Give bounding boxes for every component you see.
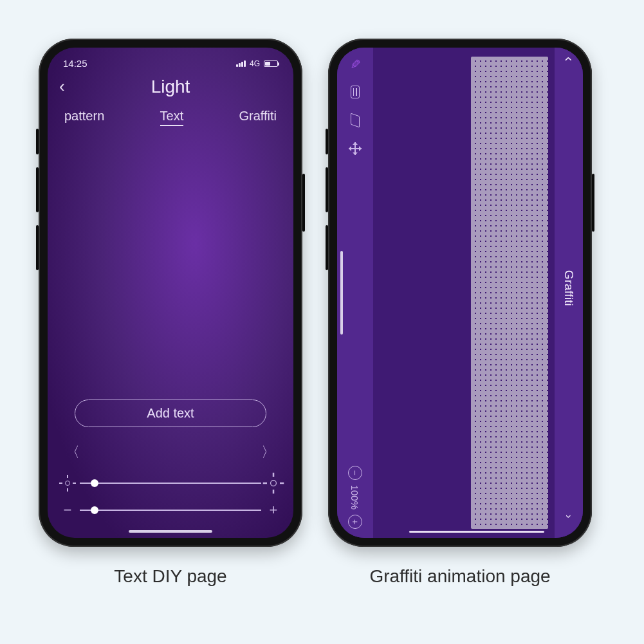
speed-minus-icon: − [62,502,73,519]
brightness-slider-row [59,477,282,489]
phone-frame-text: 14:25 4G ‹ Light pattern Text [39,39,302,547]
volume-down [326,225,328,270]
home-indicator[interactable] [129,530,212,533]
brightness-low-icon [62,477,73,489]
pixel-canvas[interactable] [471,57,548,529]
speed-slider[interactable] [80,510,261,511]
mute-switch [326,129,328,154]
zoom-out-button[interactable]: − [348,466,362,480]
home-indicator[interactable] [340,251,343,335]
graffiti-title-bar: ‹ Graffiti › [555,48,583,538]
speed-thumb[interactable] [91,506,98,514]
canvas-scrollbar[interactable] [409,531,544,533]
zoom-controls: − 100% + [348,466,362,529]
next-preset-button[interactable]: 〉 [261,443,275,462]
mute-switch [36,129,39,154]
status-right: 4G [236,59,278,68]
volume-down [36,225,39,270]
status-bar: 14:25 4G [59,55,282,74]
battery-icon [264,60,278,67]
add-text-button[interactable]: Add text [75,400,266,427]
caption-text-diy: Text DIY page [39,566,302,587]
graffiti-canvas-area [373,48,555,538]
power-button [302,174,305,232]
phone-frame-graffiti: ‹ Graffiti › ✎ [328,39,592,547]
text-preview-area [59,126,282,400]
brightness-thumb[interactable] [91,479,98,487]
network-label: 4G [250,59,260,68]
brightness-high-icon [266,476,281,491]
speed-slider-row: − + [59,502,282,519]
status-time: 14:25 [63,58,87,69]
text-diy-screen: 14:25 4G ‹ Light pattern Text [48,48,293,538]
pen-tool-button[interactable]: ✎ [348,57,362,71]
prev-preset-button[interactable]: 〈 [66,443,80,462]
back-button[interactable]: ‹ [560,57,577,61]
signal-icon [236,60,246,67]
volume-up [326,167,328,212]
page-title: Graffiti [562,270,576,306]
brightness-slider[interactable] [80,483,261,484]
power-button [592,174,594,232]
mode-tabs: pattern Text Graffiti [64,109,277,126]
speed-plus-icon: + [268,502,279,519]
graffiti-screen: ‹ Graffiti › ✎ [337,48,583,538]
page-title: Light [59,77,282,97]
zoom-in-button[interactable]: + [348,515,362,529]
back-button[interactable]: ‹ [59,78,65,95]
palette-tool-button[interactable] [348,85,362,99]
eraser-tool-button[interactable] [348,113,362,127]
tab-pattern[interactable]: pattern [64,109,104,126]
caption-graffiti: Graffiti animation page [328,566,592,587]
zoom-level: 100% [350,485,361,510]
volume-up [36,167,39,212]
tab-graffiti[interactable]: Graffiti [239,109,277,126]
move-tool-button[interactable] [348,142,362,156]
forward-button[interactable]: › [563,515,575,529]
tab-text[interactable]: Text [160,109,184,126]
